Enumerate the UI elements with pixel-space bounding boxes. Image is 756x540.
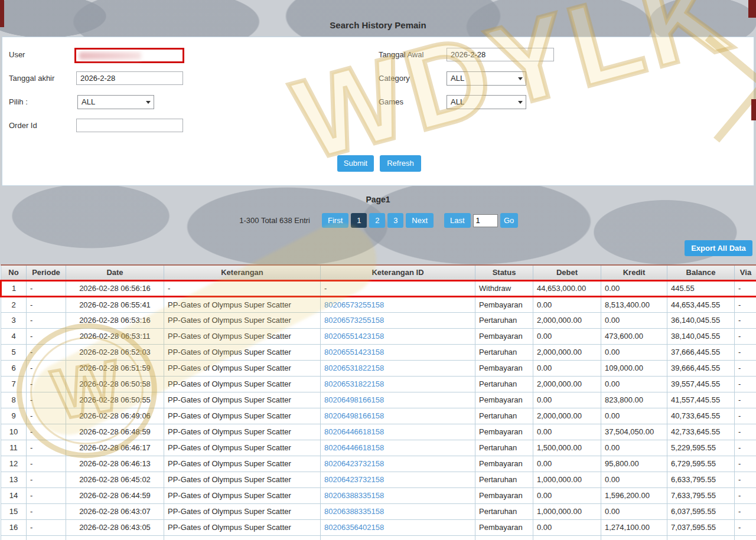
keterangan-id-link[interactable]: 80206388335158: [324, 507, 384, 516]
cell-keterangan: PP-Gates of Olympus Super Scatter: [164, 312, 321, 328]
keterangan-id-link[interactable]: 80206388335158: [324, 491, 384, 500]
cell-no: 12: [1, 456, 27, 472]
keterangan-id-link[interactable]: 80206446618158: [324, 443, 384, 452]
cell-debet: 0.00: [533, 519, 601, 535]
keterangan-id-link[interactable]: 80206551423158: [324, 332, 384, 341]
current-page-label: Page1: [0, 195, 756, 204]
cell-date: 2026-02-28 06:55:41: [66, 296, 164, 312]
cell-keterangan-id: 80206446618158: [321, 440, 475, 456]
page-button-2[interactable]: 2: [369, 213, 385, 228]
cell-date: 2026-02-28 06:50:58: [66, 376, 164, 392]
last-page-button[interactable]: Last: [444, 213, 471, 228]
table-row: 9-2026-02-28 06:49:06PP-Gates of Olympus…: [1, 408, 756, 424]
keterangan-id-link[interactable]: 80206498166158: [324, 411, 384, 420]
pilih-select[interactable]: ALL: [77, 95, 154, 109]
cell-kredit: 823,800.00: [601, 392, 667, 408]
cell-periode: -: [27, 280, 66, 296]
keterangan-id-link[interactable]: 80206531822158: [324, 379, 384, 388]
cell-no: 13: [1, 472, 27, 487]
table-row: [1, 535, 756, 540]
column-header-keterangan: Keterangan: [164, 265, 321, 280]
cell-no: [1, 535, 27, 540]
page-title: Search History Pemain: [0, 20, 756, 30]
first-page-button[interactable]: First: [322, 213, 348, 228]
cell-kredit: 473,600.00: [601, 328, 667, 344]
page-button-3[interactable]: 3: [387, 213, 403, 228]
cell-keterangan: PP-Gates of Olympus Super Scatter: [164, 328, 321, 344]
refresh-button[interactable]: Refresh: [380, 155, 421, 172]
keterangan-id-link[interactable]: 80206356402158: [324, 523, 384, 532]
keterangan-id-link[interactable]: 80206551423158: [324, 348, 384, 356]
category-select[interactable]: ALL: [447, 71, 526, 86]
games-select[interactable]: ALL: [447, 95, 526, 109]
next-page-button[interactable]: Next: [406, 213, 434, 228]
pilih-selected-value: ALL: [82, 97, 95, 106]
cell-via: -: [735, 472, 756, 487]
cell-kredit: [601, 535, 667, 540]
cell-keterangan: PP-Gates of Olympus Super Scatter: [164, 487, 321, 503]
cell-kredit: 37,504,050.00: [601, 424, 667, 440]
cell-keterangan-id: 80206388335158: [321, 503, 475, 519]
keterangan-id-link[interactable]: 80206573255158: [324, 300, 384, 309]
cell-no: 5: [1, 344, 27, 360]
cell-balance: 36,140,045.55: [667, 312, 735, 328]
pager: First 123 Next Last Go: [322, 213, 518, 228]
go-button[interactable]: Go: [500, 213, 518, 228]
keterangan-id-link[interactable]: 80206446618158: [324, 427, 384, 436]
table-row: 7-2026-02-28 06:50:58PP-Gates of Olympus…: [1, 376, 756, 392]
cell-balance: 44,653,445.55: [667, 296, 735, 312]
tanggal-akhir-input[interactable]: [76, 71, 183, 85]
keterangan-id-link[interactable]: 80206531822158: [324, 364, 384, 372]
cell-keterangan: PP-Gates of Olympus Super Scatter: [164, 376, 321, 392]
column-header-kredit: Kredit: [601, 265, 667, 280]
cell-balance: 445.55: [667, 280, 735, 296]
cell-balance: 41,557,445.55: [667, 392, 735, 408]
cell-no: 8: [1, 392, 27, 408]
cell-keterangan: PP-Gates of Olympus Super Scatter: [164, 472, 321, 487]
cell-periode: -: [27, 328, 66, 344]
keterangan-id-link[interactable]: 80206498166158: [324, 395, 384, 404]
cell-kredit: 0.00: [601, 408, 667, 424]
cell-via: -: [735, 424, 756, 440]
cell-kredit: 0.00: [601, 312, 667, 328]
cell-debet: 0.00: [533, 392, 601, 408]
category-selected-value: ALL: [451, 74, 464, 83]
goto-page-input[interactable]: [473, 214, 498, 227]
order-id-input[interactable]: [76, 119, 183, 132]
pilih-label: Pilih :: [9, 97, 28, 106]
page-button-1[interactable]: 1: [351, 213, 367, 228]
cell-date: 2026-02-28 06:53:11: [66, 328, 164, 344]
cell-keterangan-id: 80206498166158: [321, 408, 475, 424]
user-input[interactable]: [74, 48, 184, 63]
cell-debet: 0.00: [533, 487, 601, 503]
cell-no: 6: [1, 360, 27, 376]
cell-via: [735, 535, 756, 540]
keterangan-id-link[interactable]: 80206573255158: [324, 316, 384, 325]
column-header-periode: Periode: [27, 265, 66, 280]
table-row: 12-2026-02-28 06:46:13PP-Gates of Olympu…: [1, 456, 756, 472]
cell-date: [66, 535, 164, 540]
cell-kredit: 95,800.00: [601, 456, 667, 472]
cell-via: -: [735, 519, 756, 535]
cell-periode: -: [27, 424, 66, 440]
table-row: 13-2026-02-28 06:45:02PP-Gates of Olympu…: [1, 472, 756, 487]
submit-button[interactable]: Submit: [337, 155, 374, 172]
cell-kredit: 109,000.00: [601, 360, 667, 376]
keterangan-id-link[interactable]: 80206423732158: [324, 475, 384, 484]
cell-balance: 5,229,595.55: [667, 440, 735, 456]
cell-debet: 2,000,000.00: [533, 344, 601, 360]
cell-periode: -: [27, 360, 66, 376]
cell-keterangan-id: 80206531822158: [321, 376, 475, 392]
tanggal-awal-input[interactable]: [447, 48, 554, 61]
table-header-row: NoPeriodeDateKeteranganKeterangan IDStat…: [1, 265, 756, 280]
cell-keterangan: PP-Gates of Olympus Super Scatter: [164, 424, 321, 440]
cell-keterangan-id: 80206551423158: [321, 344, 475, 360]
export-all-data-button[interactable]: Export All Data: [685, 240, 752, 256]
table-row: 10-2026-02-28 06:48:59PP-Gates of Olympu…: [1, 424, 756, 440]
cell-debet: 0.00: [533, 296, 601, 312]
keterangan-id-link[interactable]: 80206423732158: [324, 459, 384, 468]
cell-no: 2: [1, 296, 27, 312]
column-header-no: No: [1, 265, 27, 280]
cell-debet: 2,000,000.00: [533, 312, 601, 328]
history-table-body: 1-2026-02-28 06:56:16--Withdraw44,653,00…: [1, 280, 756, 540]
